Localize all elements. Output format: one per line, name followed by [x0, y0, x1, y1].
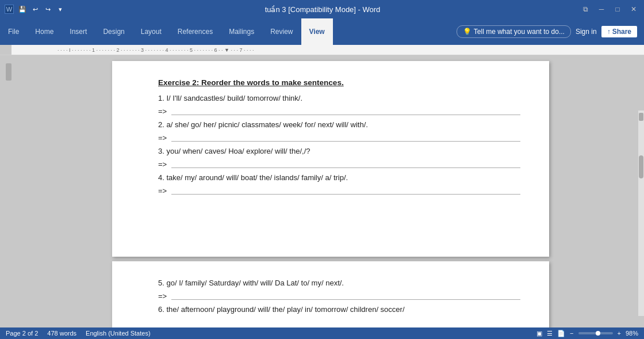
- arrow-2: =>: [158, 134, 167, 142]
- word-count: 478 words: [47, 330, 76, 337]
- answer-5: =>: [158, 292, 520, 300]
- tell-me-text: Tell me what you want to do...: [474, 28, 565, 36]
- close-button[interactable]: ✕: [628, 3, 639, 15]
- ruler: · · · · I · · · · · · · 1 · · · · · · · …: [0, 45, 644, 55]
- sentence-4-text: take/ my/ around/ will/ boat/ the/ islan…: [166, 173, 348, 182]
- sentence-5-text: go/ I/ family/ Saturday/ with/ will/ Da …: [166, 279, 344, 287]
- exercise-title: Exercise 2: Reorder the words to make se…: [158, 78, 520, 87]
- zoom-plus-button[interactable]: +: [618, 330, 621, 337]
- zoom-thumb: [596, 331, 600, 336]
- language: English (United States): [86, 330, 151, 337]
- answer-3: =>: [158, 160, 520, 169]
- scrollbar-thumb[interactable]: [639, 155, 643, 178]
- view-icon-web[interactable]: ☰: [547, 330, 553, 337]
- tab-design[interactable]: Design: [95, 18, 132, 45]
- answer-2: =>: [158, 134, 520, 142]
- sentence-6-num: 6.: [158, 305, 166, 314]
- tab-review[interactable]: Review: [262, 18, 301, 45]
- page-info: Page 2 of 2: [6, 330, 38, 337]
- sentence-1-num: 1.: [158, 94, 166, 102]
- vertical-scrollbar[interactable]: [638, 111, 644, 316]
- dots-2: [171, 135, 520, 142]
- document-area: Exercise 2: Reorder the words to make se…: [17, 55, 644, 327]
- sentence-6: 6. the/ afternoon/ playground/ will/ the…: [158, 305, 520, 314]
- sentence-3-text: you/ when/ caves/ Hoa/ explore/ will/ th…: [166, 147, 310, 155]
- customize-button[interactable]: ▾: [55, 4, 66, 14]
- sentence-6-text: the/ afternoon/ playground/ will/ the/ p…: [166, 305, 404, 314]
- page-1: Exercise 2: Reorder the words to make se…: [112, 61, 549, 257]
- sentence-3-num: 3.: [158, 147, 166, 155]
- tab-insert[interactable]: Insert: [62, 18, 95, 45]
- sentence-4-num: 4.: [158, 173, 166, 182]
- status-bar: Page 2 of 2 478 words English (United St…: [0, 327, 644, 339]
- tell-me-input[interactable]: 💡 Tell me what you want to do...: [457, 25, 571, 38]
- zoom-slider[interactable]: [578, 332, 613, 334]
- sentence-5-num: 5.: [158, 279, 166, 287]
- sentence-5: 5. go/ I/ family/ Saturday/ with/ will/ …: [158, 279, 520, 287]
- quick-access-toolbar: 💾 ↩ ↪ ▾: [17, 4, 66, 14]
- maximize-button[interactable]: □: [612, 3, 623, 15]
- sentence-1-text: I/ I'll/ sandcastles/ build/ tomorrow/ t…: [166, 94, 302, 102]
- arrow-5: =>: [158, 292, 167, 300]
- tab-mailings[interactable]: Mailings: [221, 18, 262, 45]
- restore-button[interactable]: ⧉: [580, 3, 591, 15]
- sign-in-button[interactable]: Sign in: [576, 28, 597, 36]
- zoom-level: 98%: [626, 330, 638, 337]
- save-button[interactable]: 💾: [17, 4, 28, 14]
- zoom-control: [578, 332, 613, 334]
- arrow-3: =>: [158, 160, 167, 169]
- view-icon-print[interactable]: ▣: [536, 330, 542, 337]
- tab-references[interactable]: References: [170, 18, 221, 45]
- sentence-2: 2. a/ she/ go/ her/ picnic/ classmates/ …: [158, 120, 520, 129]
- redo-button[interactable]: ↪: [43, 4, 53, 14]
- tab-layout[interactable]: Layout: [133, 18, 170, 45]
- share-icon: ↑: [607, 28, 611, 36]
- left-sidebar: [0, 55, 17, 327]
- minimize-button[interactable]: ─: [596, 3, 607, 15]
- window-title: tuần 3 [Compatibility Mode] - Word: [66, 5, 580, 14]
- sentence-2-text: a/ she/ go/ her/ picnic/ classmates/ wee…: [166, 120, 367, 129]
- title-bar: W 💾 ↩ ↪ ▾ tuần 3 [Compatibility Mode] - …: [0, 0, 644, 18]
- ribbon-right: 💡 Tell me what you want to do... Sign in…: [457, 18, 644, 45]
- dots-5: [171, 293, 520, 300]
- tab-file[interactable]: File: [0, 18, 27, 45]
- ribbon-tabs: File Home Insert Design Layout Reference…: [0, 18, 333, 45]
- word-icon: W: [5, 5, 14, 14]
- answer-1: =>: [158, 107, 520, 116]
- status-bar-right: ▣ ☰ 📄 − + 98%: [536, 330, 638, 337]
- dots-3: [171, 161, 520, 168]
- undo-button[interactable]: ↩: [30, 4, 40, 14]
- zoom-minus-button[interactable]: −: [570, 330, 573, 337]
- tab-view[interactable]: View: [301, 18, 333, 45]
- lightbulb-icon: 💡: [463, 28, 471, 36]
- arrow-4: =>: [158, 186, 167, 195]
- share-button[interactable]: ↑ Share: [601, 26, 637, 37]
- arrow-1: =>: [158, 107, 167, 116]
- title-bar-left: W 💾 ↩ ↪ ▾: [5, 4, 66, 14]
- share-label: Share: [612, 28, 631, 36]
- ruler-left-margin: [0, 45, 12, 55]
- page-2: 5. go/ I/ family/ Saturday/ with/ will/ …: [112, 261, 549, 327]
- ribbon: File Home Insert Design Layout Reference…: [0, 18, 644, 45]
- sentence-4: 4. take/ my/ around/ will/ boat/ the/ is…: [158, 173, 520, 182]
- view-icon-read[interactable]: 📄: [557, 330, 565, 337]
- answer-4: =>: [158, 186, 520, 195]
- sentence-2-num: 2.: [158, 120, 166, 129]
- sentence-3: 3. you/ when/ caves/ Hoa/ explore/ will/…: [158, 147, 520, 155]
- title-bar-controls: ⧉ ─ □ ✕: [580, 3, 639, 15]
- dots-4: [171, 188, 520, 195]
- tab-home[interactable]: Home: [27, 18, 62, 45]
- dots-1: [171, 108, 520, 115]
- sentence-1: 1. I/ I'll/ sandcastles/ build/ tomorrow…: [158, 94, 520, 102]
